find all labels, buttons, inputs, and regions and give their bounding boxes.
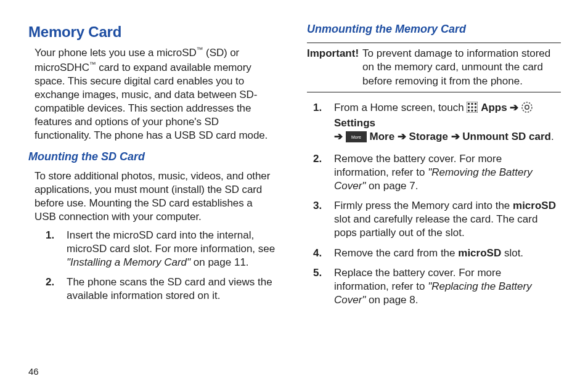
svg-rect-2 (472, 103, 473, 105)
settings-gear-icon (521, 102, 533, 116)
trademark-symbol: ™ (89, 60, 96, 68)
important-label: Important! (307, 47, 359, 88)
list-item: 3. Firmly press the Memory card into the… (313, 199, 556, 240)
step-number: 5. (313, 266, 322, 280)
svg-rect-6 (475, 106, 476, 108)
manual-page: Memory Card Your phone lets you use a mi… (0, 0, 588, 392)
text: Remove the card from the (334, 247, 458, 259)
arrow-icon: ➔ (510, 102, 518, 113)
text: . (551, 131, 554, 142)
settings-label: Settings (334, 117, 375, 129)
bold-text: microSD (458, 247, 501, 259)
storage-label: Storage (409, 131, 451, 142)
text: card to expand available memory space. T… (35, 62, 267, 141)
svg-point-10 (522, 102, 532, 112)
more-label: More (369, 131, 397, 142)
unmount-steps: 1. From a Home screen, touch Apps (313, 101, 561, 307)
svg-text:More: More (351, 135, 361, 139)
text: on page 11. (190, 256, 249, 268)
text: The phone scans the SD card and views th… (67, 276, 272, 301)
memory-card-intro: Your phone lets you use a microSD™ (SD) … (35, 45, 276, 142)
svg-rect-9 (475, 110, 476, 112)
arrow-icon: ➔ (451, 131, 460, 142)
mounting-para: To store additional photos, music, video… (35, 169, 276, 224)
text: Your phone lets you use a microSD (35, 47, 197, 59)
left-column: Memory Card Your phone lets you use a mi… (28, 22, 282, 313)
text: slot. (501, 247, 523, 259)
step-number: 3. (313, 199, 322, 213)
list-item: 2. Remove the battery cover. For more in… (313, 152, 556, 193)
heading-memory-card: Memory Card (28, 22, 282, 41)
text: Firmly press the Memory card into the (334, 200, 513, 211)
list-item: 1. Insert the microSD card into the inte… (46, 229, 277, 269)
subhead-unmounting: Unmounting the Memory Card (307, 22, 561, 36)
apps-label: Apps (481, 102, 510, 113)
svg-rect-5 (472, 106, 473, 108)
step-number: 2. (46, 276, 54, 289)
subhead-mounting: Mounting the SD Card (28, 150, 282, 164)
text: on page 8. (365, 294, 418, 306)
svg-rect-8 (472, 110, 473, 112)
unmount-label: Unmount SD card (462, 131, 551, 142)
text: From a Home screen, touch (334, 102, 467, 113)
columns: Memory Card Your phone lets you use a mi… (28, 22, 561, 313)
list-item: 4. Remove the card from the microSD slot… (313, 247, 556, 260)
svg-rect-1 (468, 103, 470, 105)
right-column: Unmounting the Memory Card Important! To… (307, 22, 561, 313)
text: on page 7. (365, 180, 418, 192)
arrow-icon: ➔ (334, 131, 343, 142)
mount-steps: 1. Insert the microSD card into the inte… (46, 229, 282, 303)
trademark-symbol: ™ (197, 46, 203, 53)
step-number: 1. (313, 101, 322, 115)
arrow-icon: ➔ (398, 131, 406, 142)
svg-rect-7 (468, 110, 470, 112)
svg-point-11 (525, 105, 529, 108)
step-number: 2. (313, 152, 322, 166)
list-item: 5. Replace the battery cover. For more i… (313, 266, 556, 307)
more-tab-icon: More (346, 131, 367, 146)
important-text: To prevent damage to information stored … (359, 47, 561, 88)
step-number: 4. (313, 247, 322, 260)
bold-text: microSD (513, 200, 556, 211)
text: Insert the microSD card into the interna… (67, 229, 275, 255)
svg-rect-3 (475, 103, 476, 105)
text: slot and carefully release the card. The… (334, 213, 537, 239)
list-item: 1. From a Home screen, touch Apps (313, 101, 556, 146)
page-number: 46 (28, 365, 39, 378)
step-number: 1. (46, 229, 54, 242)
apps-grid-icon (467, 102, 478, 116)
cross-ref: "Installing a Memory Card" (67, 256, 190, 268)
important-note: Important! To prevent damage to informat… (307, 43, 561, 92)
svg-rect-4 (468, 106, 470, 108)
list-item: 2. The phone scans the SD card and views… (46, 276, 277, 303)
